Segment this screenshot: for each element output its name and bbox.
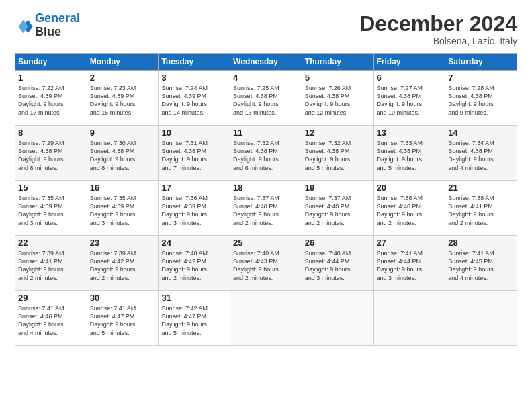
table-row: 26Sunrise: 7:40 AM Sunset: 4:44 PM Dayli…: [302, 236, 373, 291]
table-row: [302, 291, 373, 346]
location: Bolsena, Lazio, Italy: [359, 36, 517, 46]
logo-text: General Blue: [35, 12, 80, 39]
day-number: 14: [448, 128, 514, 138]
cell-info: Sunrise: 7:30 AM Sunset: 4:38 PM Dayligh…: [90, 139, 156, 172]
table-row: 15Sunrise: 7:35 AM Sunset: 4:39 PM Dayli…: [15, 181, 87, 236]
title-block: December 2024 Bolsena, Lazio, Italy: [359, 12, 517, 46]
cell-info: Sunrise: 7:41 AM Sunset: 4:45 PM Dayligh…: [448, 249, 514, 282]
cell-info: Sunrise: 7:40 AM Sunset: 4:43 PM Dayligh…: [233, 249, 299, 282]
cell-info: Sunrise: 7:35 AM Sunset: 4:39 PM Dayligh…: [18, 194, 84, 227]
day-number: 12: [305, 128, 371, 138]
day-number: 13: [377, 128, 443, 138]
table-row: 29Sunrise: 7:41 AM Sunset: 4:46 PM Dayli…: [15, 291, 87, 346]
cell-info: Sunrise: 7:37 AM Sunset: 4:40 PM Dayligh…: [233, 194, 299, 227]
header-sunday: Sunday: [15, 54, 87, 71]
cell-info: Sunrise: 7:42 AM Sunset: 4:47 PM Dayligh…: [161, 304, 227, 337]
header-saturday: Saturday: [445, 54, 517, 71]
table-row: [230, 291, 302, 346]
day-number: 18: [233, 183, 299, 193]
calendar-week-row: 29Sunrise: 7:41 AM Sunset: 4:46 PM Dayli…: [15, 291, 517, 346]
day-number: 17: [161, 183, 227, 193]
day-number: 10: [161, 128, 227, 138]
cell-info: Sunrise: 7:33 AM Sunset: 4:38 PM Dayligh…: [377, 139, 443, 172]
day-number: 9: [90, 128, 156, 138]
day-number: 29: [18, 293, 84, 303]
table-row: 5Sunrise: 7:26 AM Sunset: 4:38 PM Daylig…: [302, 71, 373, 126]
cell-info: Sunrise: 7:28 AM Sunset: 4:38 PM Dayligh…: [448, 84, 514, 117]
table-row: 31Sunrise: 7:42 AM Sunset: 4:47 PM Dayli…: [159, 291, 230, 346]
table-row: 13Sunrise: 7:33 AM Sunset: 4:38 PM Dayli…: [373, 126, 445, 181]
day-number: 3: [161, 73, 227, 83]
day-number: 4: [233, 73, 299, 83]
cell-info: Sunrise: 7:37 AM Sunset: 4:40 PM Dayligh…: [305, 194, 371, 227]
cell-info: Sunrise: 7:38 AM Sunset: 4:41 PM Dayligh…: [448, 194, 514, 227]
cell-info: Sunrise: 7:41 AM Sunset: 4:47 PM Dayligh…: [90, 304, 156, 337]
day-number: 25: [233, 238, 299, 248]
table-row: 6Sunrise: 7:27 AM Sunset: 4:38 PM Daylig…: [373, 71, 445, 126]
table-row: 7Sunrise: 7:28 AM Sunset: 4:38 PM Daylig…: [445, 71, 517, 126]
day-number: 28: [448, 238, 514, 248]
logo-icon: [15, 16, 34, 35]
day-number: 7: [448, 73, 514, 83]
cell-info: Sunrise: 7:22 AM Sunset: 4:39 PM Dayligh…: [18, 84, 84, 117]
day-number: 21: [448, 183, 514, 193]
calendar-week-row: 8Sunrise: 7:29 AM Sunset: 4:38 PM Daylig…: [15, 126, 517, 181]
table-row: [445, 291, 517, 346]
calendar-table: Sunday Monday Tuesday Wednesday Thursday…: [15, 53, 517, 346]
day-number: 26: [305, 238, 371, 248]
table-row: 20Sunrise: 7:38 AM Sunset: 4:40 PM Dayli…: [373, 181, 445, 236]
header-thursday: Thursday: [302, 54, 373, 71]
day-number: 30: [90, 293, 156, 303]
logo-line1: General: [35, 11, 80, 25]
table-row: 16Sunrise: 7:35 AM Sunset: 4:39 PM Dayli…: [87, 181, 159, 236]
day-number: 6: [377, 73, 443, 83]
day-number: 23: [90, 238, 156, 248]
day-number: 31: [161, 293, 227, 303]
table-row: 17Sunrise: 7:36 AM Sunset: 4:39 PM Dayli…: [159, 181, 230, 236]
cell-info: Sunrise: 7:35 AM Sunset: 4:39 PM Dayligh…: [90, 194, 156, 227]
header-wednesday: Wednesday: [230, 54, 302, 71]
cell-info: Sunrise: 7:41 AM Sunset: 4:46 PM Dayligh…: [18, 304, 84, 337]
day-number: 20: [377, 183, 443, 193]
logo: General Blue: [15, 12, 80, 39]
day-number: 16: [90, 183, 156, 193]
cell-info: Sunrise: 7:29 AM Sunset: 4:38 PM Dayligh…: [18, 139, 84, 172]
logo-line2: Blue: [35, 25, 61, 38]
table-row: 25Sunrise: 7:40 AM Sunset: 4:43 PM Dayli…: [230, 236, 302, 291]
table-row: 22Sunrise: 7:39 AM Sunset: 4:41 PM Dayli…: [15, 236, 87, 291]
table-row: 24Sunrise: 7:40 AM Sunset: 4:42 PM Dayli…: [159, 236, 230, 291]
header-friday: Friday: [373, 54, 445, 71]
cell-info: Sunrise: 7:27 AM Sunset: 4:38 PM Dayligh…: [377, 84, 443, 117]
cell-info: Sunrise: 7:31 AM Sunset: 4:38 PM Dayligh…: [161, 139, 227, 172]
table-row: 4Sunrise: 7:25 AM Sunset: 4:38 PM Daylig…: [230, 71, 302, 126]
calendar-page: General Blue December 2024 Bolsena, Lazi…: [0, 0, 532, 411]
cell-info: Sunrise: 7:25 AM Sunset: 4:38 PM Dayligh…: [233, 84, 299, 117]
header: General Blue December 2024 Bolsena, Lazi…: [15, 12, 517, 46]
calendar-week-row: 22Sunrise: 7:39 AM Sunset: 4:41 PM Dayli…: [15, 236, 517, 291]
calendar-week-row: 15Sunrise: 7:35 AM Sunset: 4:39 PM Dayli…: [15, 181, 517, 236]
table-row: 21Sunrise: 7:38 AM Sunset: 4:41 PM Dayli…: [445, 181, 517, 236]
table-row: 28Sunrise: 7:41 AM Sunset: 4:45 PM Dayli…: [445, 236, 517, 291]
day-number: 15: [18, 183, 84, 193]
day-number: 27: [377, 238, 443, 248]
table-row: 19Sunrise: 7:37 AM Sunset: 4:40 PM Dayli…: [302, 181, 373, 236]
cell-info: Sunrise: 7:39 AM Sunset: 4:41 PM Dayligh…: [18, 249, 84, 282]
cell-info: Sunrise: 7:24 AM Sunset: 4:39 PM Dayligh…: [161, 84, 227, 117]
day-number: 24: [161, 238, 227, 248]
month-title: December 2024: [359, 12, 517, 36]
table-row: 12Sunrise: 7:32 AM Sunset: 4:38 PM Dayli…: [302, 126, 373, 181]
cell-info: Sunrise: 7:41 AM Sunset: 4:44 PM Dayligh…: [377, 249, 443, 282]
header-tuesday: Tuesday: [159, 54, 230, 71]
table-row: 23Sunrise: 7:39 AM Sunset: 4:42 PM Dayli…: [87, 236, 159, 291]
table-row: 11Sunrise: 7:32 AM Sunset: 4:38 PM Dayli…: [230, 126, 302, 181]
day-number: 11: [233, 128, 299, 138]
header-monday: Monday: [87, 54, 159, 71]
table-row: 2Sunrise: 7:23 AM Sunset: 4:39 PM Daylig…: [87, 71, 159, 126]
day-number: 22: [18, 238, 84, 248]
table-row: 3Sunrise: 7:24 AM Sunset: 4:39 PM Daylig…: [159, 71, 230, 126]
cell-info: Sunrise: 7:38 AM Sunset: 4:40 PM Dayligh…: [377, 194, 443, 227]
cell-info: Sunrise: 7:40 AM Sunset: 4:42 PM Dayligh…: [161, 249, 227, 282]
table-row: 27Sunrise: 7:41 AM Sunset: 4:44 PM Dayli…: [373, 236, 445, 291]
table-row: 8Sunrise: 7:29 AM Sunset: 4:38 PM Daylig…: [15, 126, 87, 181]
cell-info: Sunrise: 7:26 AM Sunset: 4:38 PM Dayligh…: [305, 84, 371, 117]
